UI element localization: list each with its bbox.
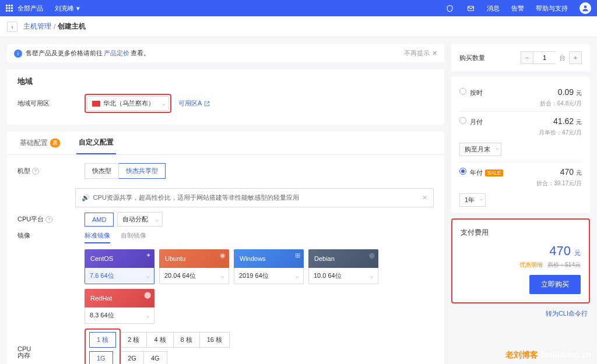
speaker-icon: 🔊 (82, 194, 90, 202)
region-title: 地域 (17, 76, 434, 87)
mail-icon[interactable] (466, 3, 475, 13)
os-version-select[interactable]: 20.04 64位⌵ (159, 268, 229, 284)
mem-opt-2g[interactable]: 2G (120, 351, 144, 364)
region-value: 华北（乌兰察布） (103, 99, 154, 108)
machine-label: 机型? (17, 167, 85, 175)
payment-panel: 支付费用 470 元 优惠明细 原价：514元 立即购买 (451, 218, 590, 303)
debian-icon: ◎ (369, 252, 375, 259)
svg-rect-4 (9, 8, 10, 9)
cpu-opt-16[interactable]: 16 核 (200, 332, 230, 348)
yearly-duration-select[interactable]: 1年⌵ (459, 193, 486, 207)
shield-icon[interactable] (445, 3, 454, 13)
os-version-select[interactable]: 2019 64位⌵ (234, 268, 304, 284)
buy-now-button[interactable]: 立即购买 (529, 275, 581, 294)
svg-point-10 (584, 5, 587, 8)
help-icon[interactable]: ? (45, 216, 52, 223)
svg-rect-2 (11, 5, 13, 6)
cpu-amd[interactable]: AMD (85, 213, 114, 227)
radio-icon (459, 168, 466, 175)
notice-post: 查看。 (131, 49, 150, 58)
svg-rect-7 (9, 10, 10, 12)
chevron-down-icon: ▾ (76, 5, 80, 12)
notice-dismiss[interactable]: 不再提示 ✕ (404, 49, 437, 58)
sale-badge: SALE (485, 169, 503, 176)
user-dropdown[interactable]: 刘克峰 ▾ (55, 4, 80, 13)
region-panel: 地域 地域可用区 华北（乌兰察布） ⌵ 可用区A (7, 69, 444, 125)
hourly-sub: 折合：64.8元/月 (459, 100, 582, 108)
notice-pre: 售罄产品及更多价格请前往 (26, 49, 103, 58)
breadcrumb-current: 创建主机 (58, 22, 86, 31)
radio-icon (459, 117, 466, 124)
machine-tip: 🔊 CPU资源共享，超高性价比，适用于网站搭建等非性能敏感型的轻量应用 ✕ (75, 188, 434, 207)
external-icon (204, 101, 210, 107)
monthly-sub: 月单价：47元/月 (459, 129, 582, 137)
svg-rect-3 (6, 8, 8, 9)
mem-opt-4g[interactable]: 4G (144, 351, 167, 364)
machine-opt-shared[interactable]: 快杰共享型 (119, 163, 166, 179)
breadcrumb-parent[interactable]: 主机管理 (23, 22, 51, 31)
pay-title: 支付费用 (461, 228, 581, 238)
cli-link[interactable]: 转为CLI命令行 (451, 309, 590, 318)
os-card-centos[interactable]: CentOS✦ 7.6 64位⌵ (85, 249, 154, 284)
topbar: 全部产品 刘克峰 ▾ 消息 告警 帮助与支持 (0, 0, 597, 16)
os-version-select[interactable]: 7.6 64位⌵ (85, 268, 154, 284)
qty-plus-button[interactable]: + (569, 51, 582, 64)
os-version-select[interactable]: 8.3 64位⌵ (85, 308, 154, 324)
alerts-link[interactable]: 告警 (511, 4, 524, 13)
tab-basic[interactable]: 基础配置 惠 (17, 132, 62, 154)
chevron-down-icon: ⌵ (156, 217, 159, 222)
all-products-link[interactable]: 全部产品 (17, 4, 43, 13)
svg-rect-6 (6, 10, 8, 12)
cpu-opt-2[interactable]: 2 核 (120, 332, 147, 348)
qty-minus-button[interactable]: − (521, 51, 533, 64)
os-card-redhat[interactable]: RedHat⬤ 8.3 64位⌵ (85, 289, 154, 324)
machine-opt-standard[interactable]: 快杰型 (85, 163, 119, 179)
image-tab-custom[interactable]: 自制镜像 (121, 231, 146, 243)
avatar[interactable] (580, 2, 591, 14)
os-card-debian[interactable]: Debian◎ 10.0 64位⌵ (308, 249, 378, 284)
close-icon: ✕ (432, 50, 437, 57)
back-button[interactable]: ‹ (7, 22, 17, 32)
os-version-select[interactable]: 10.0 64位⌵ (308, 268, 378, 284)
help-icon[interactable]: ? (32, 168, 39, 175)
quantity-panel: 购买数量 − 台 + (451, 44, 590, 71)
zone-link[interactable]: 可用区A (178, 99, 210, 108)
cpu-opt-4[interactable]: 4 核 (147, 332, 173, 348)
user-name: 刘克峰 (55, 4, 74, 13)
radio-icon (459, 88, 466, 95)
config-panel: 基础配置 惠 自定义配置 机型? 快杰型 快杰共享型 (7, 132, 444, 364)
help-link[interactable]: 帮助与支持 (536, 4, 568, 13)
flag-icon (92, 101, 100, 107)
yearly-sub: 折合：39.17元/月 (459, 179, 582, 188)
original-price: 原价：514元 (547, 261, 581, 268)
tab-custom[interactable]: 自定义配置 (76, 132, 116, 154)
os-card-ubuntu[interactable]: Ubuntu◉ 20.04 64位⌵ (159, 249, 229, 284)
windows-icon: ⊞ (295, 252, 300, 259)
chevron-down-icon: ⌵ (162, 101, 165, 107)
os-card-windows[interactable]: Windows⊞ 2019 64位⌵ (234, 249, 304, 284)
pricing-panel: 按时 0.09 元 折合：64.8元/月 月付 41.62 元 月单价：47元/… (451, 77, 590, 213)
discount-detail-link[interactable]: 优惠明细 (519, 261, 543, 268)
svg-rect-1 (9, 5, 10, 6)
image-tab-standard[interactable]: 标准镜像 (85, 231, 110, 243)
breadcrumb: ‹ 主机管理 / 创建主机 (0, 16, 597, 37)
qty-unit: 台 (559, 54, 566, 62)
svg-rect-8 (11, 10, 13, 12)
cpu-label: CPU (17, 345, 85, 352)
ubuntu-icon: ◉ (220, 252, 226, 259)
cpu-opt-8[interactable]: 8 核 (174, 332, 200, 348)
region-select[interactable]: 华北（乌兰察布） ⌵ (87, 96, 169, 111)
qty-input[interactable] (533, 51, 556, 64)
close-icon[interactable]: ✕ (422, 194, 427, 202)
svg-rect-0 (6, 5, 8, 6)
mem-opt-1g[interactable]: 1G (89, 351, 113, 364)
messages-link[interactable]: 消息 (487, 4, 500, 13)
cpu-auto-select[interactable]: 自动分配 ⌵ (117, 212, 163, 227)
monthly-duration-select[interactable]: 购至月末⌵ (459, 143, 501, 156)
cpu-platform-label: CPU平台? (17, 215, 85, 224)
notice-link[interactable]: 产品定价 (104, 49, 129, 58)
redhat-icon: ⬤ (144, 291, 151, 299)
cpu-opt-1[interactable]: 1 核 (89, 332, 116, 348)
centos-icon: ✦ (146, 252, 151, 259)
menu-grid-icon[interactable] (6, 5, 13, 12)
